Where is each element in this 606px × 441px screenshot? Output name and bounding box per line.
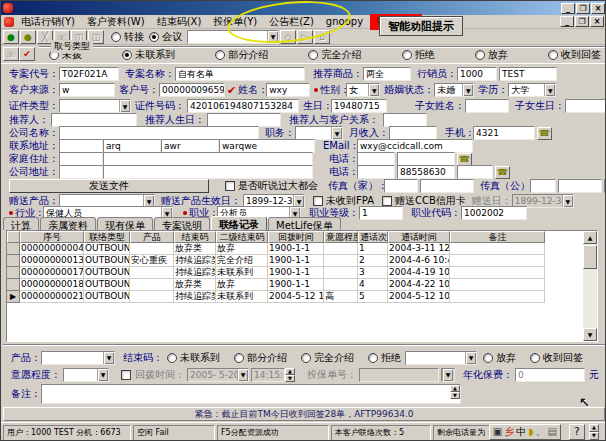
contact-address-field-2[interactable]: arq bbox=[103, 139, 161, 153]
phone-office-field-3[interactable] bbox=[457, 165, 493, 179]
heard-metlife-checkbox[interactable]: 是否听说过大都会 bbox=[225, 179, 318, 193]
marital-combo[interactable]: 未婚 ▼ bbox=[434, 83, 474, 97]
company-address-field-1[interactable] bbox=[59, 165, 103, 179]
ime-toolbar[interactable]: ▣乡中◗、▤ bbox=[489, 424, 561, 440]
phone-home-field-1[interactable] bbox=[357, 152, 395, 166]
scroll-down-icon[interactable]: ▼ bbox=[583, 328, 597, 341]
referrer-birthday-field[interactable] bbox=[207, 113, 281, 127]
result-product-combo[interactable]: ▼ bbox=[41, 351, 115, 365]
dial-home-icon[interactable]: ☎ bbox=[457, 153, 472, 166]
chevron-down-icon[interactable]: ▼ bbox=[119, 100, 130, 112]
heard-metlife-checkbox-box[interactable] bbox=[225, 181, 235, 191]
play-icon[interactable]: ▷ bbox=[297, 30, 313, 44]
minimize-button[interactable]: _ bbox=[561, 3, 575, 14]
column-header[interactable]: 二级结束码 bbox=[216, 231, 268, 243]
remark-textarea[interactable]: ▲▼ bbox=[41, 384, 461, 404]
id-type-combo[interactable]: ▼ bbox=[59, 99, 131, 113]
stop-icon[interactable]: ◇ bbox=[280, 30, 296, 44]
email-field[interactable]: wxy@ccidcall.com bbox=[357, 139, 473, 153]
phone-office-field-2[interactable]: 88558630 bbox=[397, 165, 455, 179]
id-no-field[interactable]: 420106194807153284 bbox=[187, 99, 299, 113]
annual-premium-field[interactable]: 0 bbox=[515, 368, 585, 382]
radio-circle[interactable] bbox=[308, 50, 318, 60]
chevron-down-icon[interactable]: ▼ bbox=[462, 84, 473, 96]
radio-option[interactable]: 拒绝 bbox=[368, 351, 401, 365]
close-button[interactable]: × bbox=[591, 3, 605, 14]
customer-source-field[interactable]: w bbox=[59, 83, 115, 97]
menu-item[interactable]: 投保单(Y) bbox=[208, 15, 262, 29]
fax-office-field-2[interactable] bbox=[558, 179, 602, 193]
radio-circle[interactable] bbox=[483, 353, 493, 363]
ime-punct-icon[interactable]: 、 bbox=[536, 425, 546, 439]
remark-spinner[interactable]: ▲▼ bbox=[450, 385, 460, 403]
home-address-field-2[interactable] bbox=[103, 152, 313, 166]
company-field[interactable] bbox=[59, 126, 259, 140]
willingness-combo[interactable]: ▼ bbox=[63, 368, 109, 382]
statusbar-spinner[interactable]: ▲▼ bbox=[589, 424, 599, 440]
contact-address-field-4[interactable]: warqwe bbox=[219, 139, 315, 153]
column-header[interactable]: 产品 bbox=[130, 231, 174, 243]
dial-mobile-icon[interactable]: ☎ bbox=[537, 127, 552, 140]
radio-circle[interactable] bbox=[402, 50, 412, 60]
grid-vscrollbar[interactable]: ▲ ▼ bbox=[583, 231, 597, 341]
table-row[interactable]: 00000000013OUTBOUND安心重疾持续追踪类完全介绍1900-1-1… bbox=[7, 255, 583, 267]
column-header[interactable]: 意愿程度 bbox=[324, 231, 358, 243]
ime-softkeyboard-icon[interactable]: ▤ bbox=[548, 425, 557, 439]
column-header[interactable]: 备注 bbox=[450, 231, 545, 243]
tab-MetLife保单[interactable]: MetLife保单 bbox=[268, 217, 341, 230]
table-row[interactable]: 00000000018OUTBOUND放弃类放弃1900-1-142004-4-… bbox=[7, 279, 583, 291]
ime-input-method-icon[interactable]: ▣ bbox=[493, 425, 502, 439]
answer-icon[interactable]: ● bbox=[3, 30, 19, 44]
phone-home-field-2[interactable] bbox=[397, 152, 455, 166]
radio-circle[interactable] bbox=[122, 50, 132, 60]
table-row[interactable]: 00000000017OUTBOUND持续追踪类未联系到1900-1-13200… bbox=[7, 267, 583, 279]
birthday-field[interactable]: 19480715 bbox=[331, 99, 387, 113]
confirm-icon[interactable]: ✔ bbox=[19, 47, 35, 61]
radio-option[interactable]: 放弃 bbox=[475, 48, 508, 62]
menu-item[interactable]: 公告栏(Z) bbox=[264, 15, 319, 29]
customer-no-field[interactable]: 000000096591 bbox=[159, 83, 225, 97]
send-file-button[interactable]: 发送文件 bbox=[9, 179, 209, 193]
radio-circle[interactable] bbox=[167, 353, 177, 363]
project-name-field[interactable]: 自有名单 bbox=[175, 67, 305, 81]
radio-circle[interactable] bbox=[475, 50, 485, 60]
column-header[interactable]: 结束码 bbox=[174, 231, 216, 243]
radio-circle[interactable] bbox=[530, 353, 540, 363]
radio-option[interactable]: 未联系到 bbox=[167, 351, 220, 365]
grid-vscroll-track[interactable]: ▲ bbox=[583, 231, 597, 328]
row-selector[interactable] bbox=[7, 255, 20, 267]
ccb-checkbox-box[interactable] bbox=[382, 196, 392, 206]
tab-联络记录[interactable]: 联络记录 bbox=[211, 216, 267, 230]
chevron-down-icon[interactable]: ▼ bbox=[331, 127, 342, 139]
ime-chinese-icon[interactable]: 中 bbox=[516, 425, 526, 439]
radio-option[interactable]: 部分介绍 bbox=[234, 351, 287, 365]
callback-time-spinner[interactable]: ▲▼ bbox=[285, 368, 295, 382]
restore-button[interactable]: ❐ bbox=[576, 3, 590, 14]
name-field[interactable]: wxy bbox=[266, 83, 310, 97]
chevron-down-icon[interactable]: ▼ bbox=[465, 352, 476, 364]
reject-reason-combo[interactable]: ▼ bbox=[405, 351, 477, 365]
fax-home-field-1[interactable] bbox=[384, 179, 418, 193]
column-header[interactable]: 回拨时间 bbox=[268, 231, 324, 243]
callback-checkbox[interactable] bbox=[121, 370, 131, 380]
row-selector[interactable] bbox=[7, 267, 20, 279]
ime-halfwidth-icon[interactable]: ◗ bbox=[528, 425, 533, 439]
column-header[interactable]: 联络类型 bbox=[84, 231, 130, 243]
recommend-product-field[interactable]: 两全 bbox=[363, 67, 411, 81]
transfer-radio-circle[interactable] bbox=[111, 32, 121, 42]
scroll-thumb[interactable] bbox=[583, 245, 597, 269]
chevron-down-icon[interactable]: ▼ bbox=[267, 31, 278, 43]
radio-circle[interactable] bbox=[215, 50, 225, 60]
tab-计算[interactable]: 计算 bbox=[3, 217, 39, 230]
child-name-field[interactable] bbox=[465, 99, 509, 113]
gender-combo[interactable]: 女 ▼ bbox=[346, 83, 380, 97]
pickup-icon[interactable]: ☏ bbox=[3, 47, 19, 61]
row-selector[interactable]: ▶ bbox=[7, 291, 20, 303]
column-header[interactable]: 序号 bbox=[20, 231, 84, 243]
menu-item[interactable]: 电话行销(Y) bbox=[16, 15, 80, 29]
radio-option[interactable]: 拒绝 bbox=[402, 48, 435, 62]
radio-option[interactable]: 收到回签 bbox=[530, 351, 583, 365]
scroll-up-icon[interactable]: ▲ bbox=[583, 231, 597, 244]
radio-option[interactable]: 收到回签 bbox=[548, 48, 601, 62]
conference-radio-circle[interactable] bbox=[149, 32, 159, 42]
